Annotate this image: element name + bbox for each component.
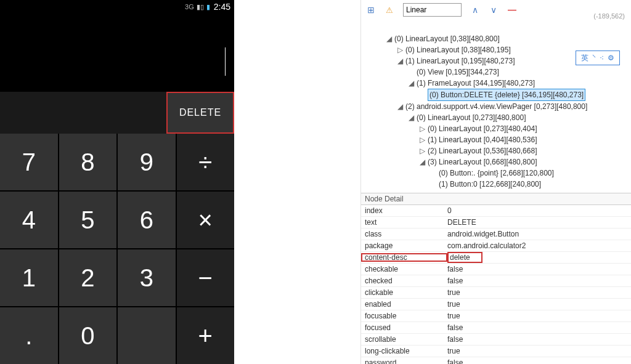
detail-value: true <box>447 300 631 309</box>
tree-node[interactable]: (0) Button:DELETE {delete} [346,195][480… <box>386 89 629 101</box>
detail-key: index <box>361 206 447 215</box>
detail-row[interactable]: long-clickabletrue <box>361 346 631 357</box>
detail-value: false <box>447 358 631 364</box>
tree-node-label: (2) android.support.v4.view.ViewPager [0… <box>405 101 587 112</box>
tree-node[interactable]: ◢(0) LinearLayout [0,273][480,800] <box>386 112 629 123</box>
detail-key: scrollable <box>361 335 447 344</box>
detail-value: false <box>447 265 631 273</box>
detail-row[interactable]: scrollablefalse <box>361 334 631 346</box>
network-indicator: 3G <box>185 3 194 10</box>
key-+[interactable]: + <box>177 307 235 364</box>
expand-toggle-icon[interactable]: ◢ <box>408 112 414 123</box>
detail-key: text <box>361 218 447 227</box>
tree-node[interactable]: ◢(1) FrameLayout [344,195][480,273] <box>386 78 629 89</box>
expand-toggle-icon[interactable]: ▷ <box>397 44 403 55</box>
expand-toggle-icon[interactable]: ◢ <box>419 156 425 168</box>
detail-key: package <box>361 241 447 250</box>
detail-row[interactable]: classandroid.widget.Button <box>361 229 631 240</box>
detail-row[interactable]: passwordfalse <box>361 357 631 364</box>
calculator-display[interactable] <box>0 14 234 92</box>
key-−[interactable]: − <box>177 249 235 306</box>
key-7[interactable]: 7 <box>0 134 58 190</box>
detail-value: true <box>447 288 631 297</box>
tree-node[interactable]: ▷(1) LinearLayout [0,404][480,536] <box>386 134 629 145</box>
tree-node[interactable]: ◢(0) LinearLayout [0,38][480,800] <box>386 33 629 44</box>
detail-key: focusable <box>361 312 447 320</box>
expand-toggle-icon[interactable]: ◢ <box>397 55 403 67</box>
key-4[interactable]: 4 <box>0 192 58 248</box>
detail-key: checkable <box>361 265 447 273</box>
delete-row: DELETE <box>0 92 234 134</box>
tree-node[interactable]: (0) View [0,195][344,273] <box>386 67 629 78</box>
inspector-toolbar: ⊞ ⚠ ∧ ∨ — (-189,562) <box>361 0 631 20</box>
detail-row[interactable]: checkedfalse <box>361 275 631 287</box>
expand-toggle-icon[interactable]: ◢ <box>397 101 403 112</box>
next-match-icon[interactable]: ∨ <box>489 5 499 15</box>
tree-node[interactable]: (0) Button:. {point} [2,668][120,800] <box>386 168 629 179</box>
prev-match-icon[interactable]: ∧ <box>470 5 480 15</box>
key-8[interactable]: 8 <box>59 134 117 190</box>
battery-icon: ▮ <box>206 3 210 11</box>
tree-node-label: (1) LinearLayout [0,404][480,536] <box>428 134 537 145</box>
expand-toggle-icon[interactable]: ▷ <box>419 145 425 156</box>
detail-row[interactable]: index0 <box>361 205 631 217</box>
remove-icon[interactable]: — <box>507 5 517 15</box>
detail-row[interactable]: checkablefalse <box>361 264 631 275</box>
detail-key: long-clickable <box>361 347 447 355</box>
hierarchy-tree[interactable]: 英 ⸌ ⁖ ⚙ ◢(0) LinearLayout [0,38][480,800… <box>361 20 631 193</box>
tree-node-label: (0) LinearLayout [0,273][480,800] <box>417 112 526 123</box>
ime-moon-icon: ⸌ <box>592 52 596 63</box>
expand-toggle-icon[interactable]: ◢ <box>408 78 414 89</box>
tree-node-label: (2) LinearLayout [0,536][480,668] <box>428 145 537 156</box>
cursor-coordinates: (-189,562) <box>593 12 625 20</box>
detail-value: false <box>447 277 631 285</box>
expand-toggle-icon[interactable]: ◢ <box>386 33 392 44</box>
key-blank[interactable] <box>118 307 176 364</box>
key-1[interactable]: 1 <box>0 249 58 306</box>
text-cursor <box>225 47 226 76</box>
expand-toggle-icon[interactable]: ▷ <box>419 134 425 145</box>
delete-button[interactable]: DELETE <box>166 92 234 134</box>
key-÷[interactable]: ÷ <box>177 134 235 190</box>
detail-row[interactable]: content-descdelete <box>361 252 631 264</box>
node-detail-table[interactable]: index0textDELETEclassandroid.widget.Butt… <box>361 205 631 364</box>
key-5[interactable]: 5 <box>59 192 117 248</box>
key-3[interactable]: 3 <box>118 249 176 306</box>
detail-value: delete <box>447 252 631 263</box>
key-.[interactable]: . <box>0 307 58 364</box>
detail-key: checked <box>361 277 447 285</box>
ime-badge[interactable]: 英 ⸌ ⁖ ⚙ <box>576 51 620 65</box>
detail-row[interactable]: clickabletrue <box>361 287 631 299</box>
key-×[interactable]: × <box>177 192 235 248</box>
tree-node[interactable]: ◢(3) LinearLayout [0,668][480,800] <box>386 156 629 168</box>
detail-row[interactable]: focusabletrue <box>361 310 631 322</box>
detail-key: password <box>361 358 447 364</box>
detail-key: clickable <box>361 288 447 297</box>
detail-row[interactable]: focusedfalse <box>361 322 631 334</box>
tree-node-label: (0) LinearLayout [0,273][480,404] <box>428 123 537 134</box>
key-2[interactable]: 2 <box>59 249 117 306</box>
tree-node-label: (0) Button:DELETE {delete} [346,195][480… <box>428 89 585 101</box>
detail-key: content-desc <box>361 253 447 262</box>
ime-gear-icon: ⚙ <box>608 52 614 63</box>
divider-gap <box>234 0 360 364</box>
detail-value: true <box>447 312 631 320</box>
key-9[interactable]: 9 <box>118 134 176 190</box>
key-6[interactable]: 6 <box>118 192 176 248</box>
key-0[interactable]: 0 <box>59 307 117 364</box>
tree-node[interactable]: (1) Button:0 [122,668][240,800] <box>386 179 629 190</box>
tree-node[interactable]: ▷(2) LinearLayout [0,536][480,668] <box>386 145 629 156</box>
expand-toggle-icon[interactable]: ▷ <box>419 123 425 134</box>
expand-icon[interactable]: ⊞ <box>366 5 376 15</box>
detail-key: enabled <box>361 300 447 309</box>
detail-value: 0 <box>447 206 631 215</box>
warning-icon[interactable]: ⚠ <box>385 5 394 15</box>
detail-key: class <box>361 230 447 238</box>
detail-value: false <box>447 335 631 344</box>
tree-node[interactable]: ▷(0) LinearLayout [0,273][480,404] <box>386 123 629 134</box>
detail-row[interactable]: packagecom.android.calculator2 <box>361 240 631 252</box>
detail-row[interactable]: enabledtrue <box>361 299 631 310</box>
tree-node[interactable]: ◢(2) android.support.v4.view.ViewPager [… <box>386 101 629 112</box>
search-input[interactable] <box>403 3 462 17</box>
detail-row[interactable]: textDELETE <box>361 217 631 229</box>
